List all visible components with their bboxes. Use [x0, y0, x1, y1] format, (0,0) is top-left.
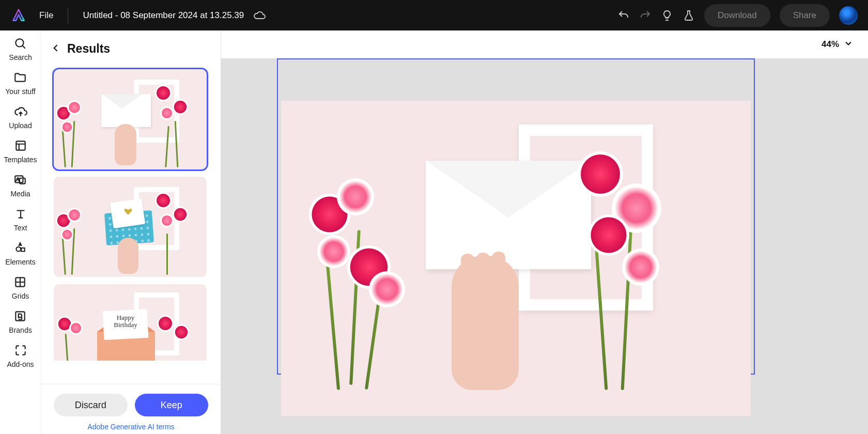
canvas-toolbar: 44% [221, 30, 868, 58]
results-panel: Results [41, 30, 221, 434]
nav-your-stuff[interactable]: Your stuff [5, 71, 35, 96]
nav-rail: Search Your stuff Upload Templates Media… [0, 30, 41, 434]
panel-title: Results [67, 42, 110, 56]
nav-elements-label: Elements [5, 258, 35, 266]
nav-grids-label: Grids [12, 292, 29, 300]
results-list: Happy Birthday [41, 62, 221, 434]
nav-elements[interactable]: Elements [5, 241, 35, 266]
svg-rect-1 [16, 141, 25, 150]
redo-icon[interactable] [639, 9, 652, 22]
adobe-express-logo-icon[interactable] [10, 7, 27, 24]
panel-footer: Discard Keep Adobe Generative AI terms [41, 384, 221, 434]
top-bar: File Untitled - 08 September 2024 at 13.… [0, 0, 868, 30]
nav-upload-label: Upload [9, 121, 32, 130]
divider [68, 7, 68, 24]
nav-media-label: Media [10, 190, 30, 198]
file-menu[interactable]: File [39, 10, 53, 21]
card3-script-text: Happy Birthday [107, 314, 144, 328]
nav-search[interactable]: Search [9, 37, 32, 61]
nav-addons[interactable]: Add-ons [7, 344, 34, 368]
nav-templates-label: Templates [4, 156, 37, 164]
nav-grids[interactable]: Grids [12, 275, 29, 300]
nav-brands-label: Brands [9, 326, 32, 334]
back-chevron-icon[interactable] [51, 43, 61, 55]
lightbulb-icon[interactable] [661, 9, 673, 22]
result-thumbnail-1[interactable] [54, 69, 207, 169]
nav-your-stuff-label: Your stuff [5, 87, 35, 96]
nav-text-label: Text [14, 224, 27, 232]
download-button[interactable]: Download [704, 4, 770, 27]
nav-upload[interactable]: Upload [9, 105, 32, 130]
undo-icon[interactable] [617, 9, 630, 22]
nav-addons-label: Add-ons [7, 360, 34, 368]
svg-point-0 [16, 39, 24, 47]
share-button[interactable]: Share [780, 4, 830, 27]
result-thumbnail-2[interactable] [54, 177, 207, 277]
nav-media[interactable]: Media [10, 173, 30, 198]
artboard-image[interactable] [281, 101, 751, 416]
cloud-sync-icon[interactable] [253, 9, 266, 22]
user-avatar[interactable] [839, 6, 858, 25]
document-title[interactable]: Untitled - 08 September 2024 at 13.25.39 [83, 10, 244, 21]
beaker-icon[interactable] [683, 9, 695, 22]
nav-search-label: Search [9, 53, 32, 61]
zoom-level[interactable]: 44% [822, 39, 839, 50]
discard-button[interactable]: Discard [54, 394, 128, 416]
nav-text[interactable]: Text [14, 207, 27, 232]
top-actions: Download Share [617, 4, 858, 27]
nav-brands[interactable]: Brands [9, 309, 32, 334]
canvas-area: 44% [221, 30, 868, 434]
canvas-stage[interactable] [221, 58, 868, 434]
zoom-chevron-down-icon[interactable] [843, 38, 854, 51]
nav-templates[interactable]: Templates [4, 139, 37, 164]
result-thumbnail-3[interactable]: Happy Birthday [54, 284, 207, 361]
keep-button[interactable]: Keep [135, 394, 209, 416]
terms-link[interactable]: Adobe Generative AI terms [54, 423, 208, 431]
